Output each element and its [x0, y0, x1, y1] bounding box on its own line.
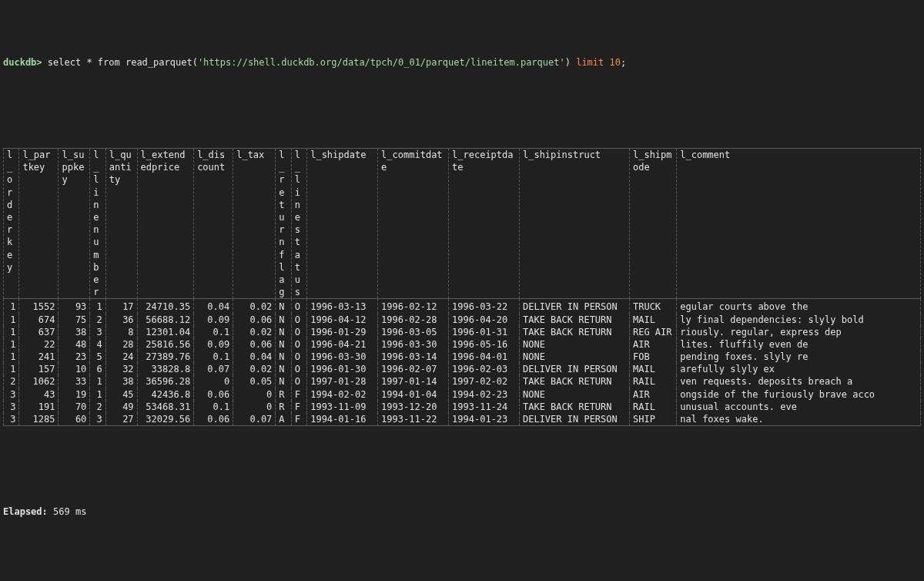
table-cell: 1994-01-16 — [307, 413, 378, 426]
table-cell: 48 — [59, 338, 90, 351]
table-cell: 1997-01-14 — [378, 375, 449, 388]
elapsed-label: Elapsed: — [3, 506, 48, 517]
table-cell: unusual accounts. eve — [677, 401, 921, 413]
table-cell: 0 — [233, 401, 276, 413]
table-cell: 22 — [19, 338, 59, 351]
column-header: l_comment — [677, 149, 921, 299]
table-cell: 1996-04-21 — [307, 338, 378, 351]
table-cell: 1 — [90, 375, 105, 388]
table-cell: 1996-03-14 — [378, 351, 449, 363]
table-cell: 1996-04-12 — [307, 314, 378, 326]
table-cell: 0.04 — [233, 351, 276, 363]
sql-url: 'https://shell.duckdb.org/data/tpch/0_01… — [198, 57, 565, 68]
table-cell: 42436.8 — [137, 388, 194, 401]
table-cell: 56688.12 — [137, 314, 194, 326]
table-cell: 1997-01-28 — [307, 375, 378, 388]
table-cell: 0.06 — [194, 388, 233, 401]
table-cell: 23 — [59, 351, 90, 363]
column-header: l_orderkey — [4, 149, 19, 299]
result-table: l_orderkeyl_partkeyl_suppkeyl_linenumber… — [3, 148, 921, 426]
table-cell: 4 — [90, 338, 105, 351]
table-cell: 1996-03-13 — [307, 299, 378, 314]
table-cell: O — [291, 351, 306, 363]
table-cell: O — [291, 314, 306, 326]
table-cell: F — [291, 388, 306, 401]
table-cell: 0 — [233, 388, 276, 401]
table-cell: N — [276, 314, 291, 326]
table-cell: N — [276, 351, 291, 363]
column-header: l_extendedprice — [137, 149, 194, 299]
table-cell: 0.1 — [194, 351, 233, 363]
table-cell: 24710.35 — [137, 299, 194, 314]
table-cell: 3 — [90, 413, 105, 426]
table-cell: 3 — [4, 413, 19, 426]
table-cell: NONE — [519, 338, 629, 351]
table-cell: 1996-03-05 — [378, 326, 449, 338]
table-cell: RAIL — [629, 401, 676, 413]
table-cell: N — [276, 375, 291, 388]
table-header-row: l_orderkeyl_partkeyl_suppkeyl_linenumber… — [4, 149, 921, 299]
table-cell: 0.06 — [233, 338, 276, 351]
table-cell: 1996-03-30 — [307, 351, 378, 363]
table-cell: 241 — [19, 351, 59, 363]
table-cell: 38 — [105, 375, 137, 388]
table-cell: 28 — [105, 338, 137, 351]
table-cell: DELIVER IN PERSON — [519, 413, 629, 426]
table-row: 11571063233828.80.070.02NO1996-01-301996… — [4, 363, 921, 375]
table-cell: 637 — [19, 326, 59, 338]
table-cell: 1 — [4, 314, 19, 326]
table-cell: 10 — [59, 363, 90, 375]
sql-post1: ) — [565, 57, 576, 68]
table-cell: 33828.8 — [137, 363, 194, 375]
table-cell: 1 — [4, 326, 19, 338]
table-cell: F — [291, 413, 306, 426]
table-cell: 1996-02-07 — [378, 363, 449, 375]
column-header: l_suppkey — [59, 149, 90, 299]
table-cell: 1996-01-31 — [449, 326, 520, 338]
table-cell: 0.04 — [194, 299, 233, 314]
table-cell: 1994-01-23 — [449, 413, 520, 426]
table-cell: 0.05 — [233, 375, 276, 388]
table-cell: 1993-11-24 — [449, 401, 520, 413]
table-cell: 1 — [4, 338, 19, 351]
column-header: l_discount — [194, 149, 233, 299]
table-cell: DELIVER IN PERSON — [519, 363, 629, 375]
table-cell: 25816.56 — [137, 338, 194, 351]
table-cell: 1 — [4, 363, 19, 375]
table-cell: 33 — [59, 375, 90, 388]
table-cell: 45 — [105, 388, 137, 401]
table-cell: 1 — [90, 388, 105, 401]
table-cell: 27389.76 — [137, 351, 194, 363]
column-header: l_shipdate — [307, 149, 378, 299]
table-cell: SHIP — [629, 413, 676, 426]
table-cell: 1993-11-09 — [307, 401, 378, 413]
table-cell: 0.07 — [233, 413, 276, 426]
table-cell: 1993-12-20 — [378, 401, 449, 413]
sql-pre: select * from read_parquet( — [42, 57, 198, 68]
table-cell: 70 — [59, 401, 90, 413]
table-cell: NONE — [519, 388, 629, 401]
table-cell: lites. fluffily even de — [677, 338, 921, 351]
table-row: 1637383812301.040.10.02NO1996-01-291996-… — [4, 326, 921, 338]
table-cell: MAIL — [629, 363, 676, 375]
elapsed-value: 569 ms — [48, 506, 87, 517]
table-cell: riously. regular, express dep — [677, 326, 921, 338]
table-cell: 1996-04-01 — [449, 351, 520, 363]
table-cell: TAKE BACK RETURN — [519, 375, 629, 388]
table-cell: NONE — [519, 351, 629, 363]
table-cell: 12301.04 — [137, 326, 194, 338]
sql-post2 — [604, 57, 609, 68]
table-cell: 3 — [4, 388, 19, 401]
terminal[interactable]: duckdb> select * from read_parquet('http… — [0, 0, 924, 581]
column-header: l_partkey — [19, 149, 59, 299]
table-cell: 1996-03-22 — [449, 299, 520, 314]
table-cell: 674 — [19, 314, 59, 326]
result-table-wrap: l_orderkeyl_partkeyl_suppkeyl_linenumber… — [3, 123, 921, 452]
table-cell: 27 — [105, 413, 137, 426]
table-cell: N — [276, 363, 291, 375]
table-cell: 1996-03-30 — [378, 338, 449, 351]
table-cell: 17 — [105, 299, 137, 314]
column-header: l_returnflag — [276, 149, 291, 299]
table-row: 12412352427389.760.10.04NO1996-03-301996… — [4, 351, 921, 363]
table-cell: 75 — [59, 314, 90, 326]
